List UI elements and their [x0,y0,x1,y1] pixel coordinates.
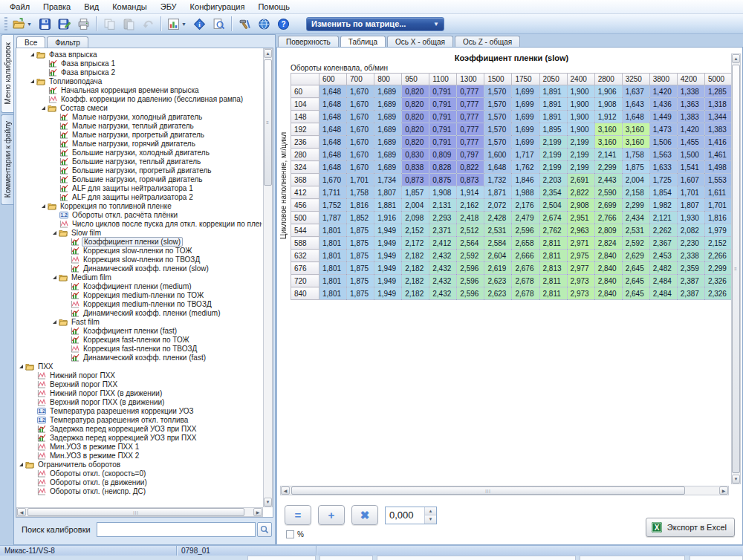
table-cell[interactable]: 0,830 [402,149,429,161]
tree-item[interactable]: 1.2Температура разрешения коррекции УОЗ [17,406,262,415]
table-cell[interactable]: 1,648 [319,85,347,98]
table-cell[interactable]: 1,912 [594,111,622,123]
tree-item[interactable]: Коэффициент пленки (fast) [17,326,262,335]
table-cell[interactable]: 2,162 [457,199,484,212]
table-cell[interactable]: 1,854 [649,186,677,199]
table-cell[interactable]: 1,891 [539,85,567,98]
scroll-left-arrow[interactable]: ◀ [281,486,290,495]
table-cell[interactable]: 2,262 [649,224,677,237]
tree-item[interactable]: Задержка перед коррекцией УОЗ при ПХХ [17,433,262,442]
table-cell[interactable]: 2,623 [484,287,512,300]
table-cell[interactable]: 2,592 [622,237,649,250]
tree-folder[interactable]: Ограничитель оборотов [17,460,262,469]
table-cell[interactable]: 1,949 [374,262,402,275]
table-cell[interactable]: 1,895 [539,123,567,136]
table-cell[interactable]: 1,914 [457,186,484,199]
tree-item[interactable]: Верхний порог ПХХ [17,380,262,388]
tree-item[interactable]: Фаза впрыска 1 [17,59,262,68]
help-button[interactable]: ? [274,16,292,32]
table-cell[interactable]: 2,293 [429,212,457,224]
table-cell[interactable]: 2,596 [512,224,539,237]
row-header[interactable]: 324 [291,161,319,174]
table-cell[interactable]: 3,160 [622,136,649,149]
tree-item[interactable]: Коррекция fast-пленки по ТВОЗД [17,344,262,353]
expander-triangle-icon[interactable] [30,79,34,83]
menu-помощь[interactable]: Помощь [251,1,296,13]
table-cell[interactable]: 0,820 [402,98,429,111]
add-value-button[interactable]: + [318,505,345,525]
table-cell[interactable]: 2,596 [457,275,484,287]
table-cell[interactable]: 1,891 [539,111,567,123]
value-spinner[interactable]: 0,000 ▲ ▼ [385,507,437,524]
table-cell[interactable]: 2,678 [512,275,539,287]
tree-item[interactable]: Начальная коррекция времени впрыска [17,85,262,94]
table-cell[interactable]: 0,777 [457,136,484,149]
table-cell[interactable]: 0,777 [457,123,484,136]
table-cell[interactable]: 1,670 [319,174,347,186]
table-cell[interactable]: 2,199 [539,136,567,149]
table-cell[interactable]: 0,777 [457,98,484,111]
column-header[interactable]: 3250 [622,74,649,85]
table-vertical-scrollbar[interactable]: ▲ ≡ ▼ [731,53,741,484]
tree-folder[interactable]: Состав смеси [17,103,262,112]
table-cell[interactable]: 1,949 [374,237,402,250]
table-cell[interactable]: 3,160 [594,123,622,136]
table-cell[interactable]: 0,777 [457,111,484,123]
table-cell[interactable]: 1,344 [704,111,732,123]
table-cell[interactable]: 1,670 [347,111,374,123]
row-header[interactable]: 148 [291,111,319,123]
table-cell[interactable]: 1,699 [512,136,539,149]
table-cell[interactable]: 1,570 [484,123,512,136]
table-cell[interactable]: 1,416 [704,136,732,149]
table-cell[interactable]: 1,846 [512,174,539,186]
table-cell[interactable]: 1,449 [649,111,677,123]
table-cell[interactable]: 1,982 [649,199,677,212]
scroll-up-arrow[interactable]: ▲ [732,54,740,63]
table-cell[interactable]: 1,699 [512,85,539,98]
table-cell[interactable]: 1,816 [347,199,374,212]
table-cell[interactable]: 2,072 [484,199,512,212]
table-horizontal-scrollbar[interactable]: ◀ ||| ▶ [280,486,729,495]
tree-item[interactable]: Большие нагрузки, прогретый двигатель [17,166,262,175]
expander-triangle-icon[interactable] [53,276,56,279]
table-cell[interactable]: 0,791 [429,136,457,149]
table-cell[interactable]: 2,004 [402,199,429,212]
table-cell[interactable]: 1,648 [319,161,347,174]
tree-item[interactable]: Коррекция slow-пленки по ТВОЗД [17,255,262,264]
tree-item[interactable]: Мин.УОЗ в режиме ПХХ 1 [17,442,262,451]
table-cell[interactable]: 2,813 [539,262,567,275]
expander-triangle-icon[interactable] [42,106,45,110]
table-cell[interactable]: 1,689 [374,123,402,136]
table-cell[interactable]: 2,699 [594,199,622,212]
table-cell[interactable]: 2,840 [594,250,622,262]
table-cell[interactable]: 1,900 [567,98,594,111]
table-hscroll-thumb[interactable]: ||| [291,486,685,495]
corner-header-cell[interactable] [291,74,319,85]
tree-item[interactable]: Коррекция slow-пленки по ТОЖ [17,246,262,255]
column-header[interactable]: 700 [347,74,374,85]
table-cell[interactable]: 1,857 [402,186,429,199]
table-cell[interactable]: 2,443 [594,174,622,186]
column-header[interactable]: 800 [374,74,402,85]
table-cell[interactable]: 3,160 [594,136,622,149]
table-cell[interactable]: 2,359 [677,262,704,275]
table-cell[interactable]: 2,387 [677,275,704,287]
table-cell[interactable]: 1,461 [704,149,732,161]
table-cell[interactable]: 1,801 [319,237,347,250]
table-cell[interactable]: 1,648 [319,136,347,149]
table-cell[interactable]: 0,820 [402,85,429,98]
tree-item[interactable]: Обороты откл. (неиспр. ДС) [17,486,262,495]
open-file-button[interactable]: ▼ [10,16,34,32]
scroll-down-arrow[interactable]: ▼ [732,475,740,484]
table-cell[interactable]: 2,596 [457,287,484,300]
table-cell[interactable]: 1,689 [374,149,402,161]
table-cell[interactable]: 2,674 [539,212,567,224]
table-cell[interactable]: 2,604 [484,250,512,262]
table-cell[interactable]: 1,949 [374,224,402,237]
table-cell[interactable]: 2,766 [594,212,622,224]
table-cell[interactable]: 1,648 [319,149,347,161]
table-cell[interactable]: 2,367 [649,237,677,250]
table-cell[interactable]: 2,564 [457,237,484,250]
table-cell[interactable]: 2,199 [539,149,567,161]
table-cell[interactable]: 1,891 [539,98,567,111]
